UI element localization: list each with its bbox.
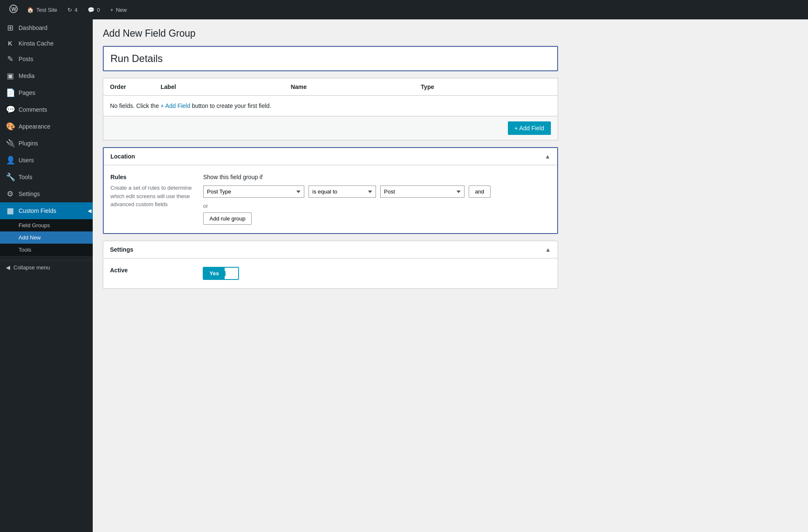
col-type: Type <box>421 83 551 90</box>
collapse-menu[interactable]: ◀ Collapse menu <box>0 260 93 274</box>
settings-collapse-icon[interactable]: ▲ <box>545 246 551 253</box>
sidebar-item-tools[interactable]: 🔧 Tools <box>0 169 93 185</box>
field-groups-label: Field Groups <box>19 222 50 228</box>
rule-value-select[interactable]: Post Page Attachment <box>380 185 464 198</box>
settings-title: Settings <box>110 246 133 253</box>
plus-icon: + <box>110 7 113 13</box>
topbar-new[interactable]: + New <box>105 0 132 19</box>
settings-body: Active Yes <box>103 258 558 288</box>
sidebar-arrow-icon: ◀ <box>86 202 93 219</box>
location-header: Location ▲ <box>104 148 557 165</box>
collapse-label: Collapse menu <box>13 264 50 271</box>
col-name: Name <box>291 83 421 90</box>
comments-icon: 💬 <box>88 7 94 13</box>
sidebar-item-dashboard[interactable]: ⊞ Dashboard <box>0 19 93 36</box>
add-new-label: Add New <box>19 234 41 241</box>
sidebar-item-label: Pages <box>19 89 35 96</box>
location-body: Rules Create a set of rules to determine… <box>104 165 557 233</box>
sidebar-item-comments[interactable]: 💬 Comments <box>0 101 93 118</box>
wp-logo[interactable]: W <box>5 5 22 15</box>
posts-icon: ✎ <box>6 54 14 64</box>
sidebar-item-label: Comments <box>19 106 47 113</box>
field-group-title-input[interactable] <box>104 47 557 70</box>
add-field-button[interactable]: + Add Field <box>508 121 551 135</box>
sidebar-item-label: Dashboard <box>19 24 48 31</box>
updates-icon: ↻ <box>67 7 72 13</box>
rule-operator-select[interactable]: is equal to is not equal to <box>309 185 376 198</box>
location-collapse-icon[interactable]: ▲ <box>545 153 550 160</box>
toggle-no <box>225 271 238 276</box>
sidebar-item-label: Plugins <box>19 140 38 147</box>
custom-fields-icon: ▦ <box>6 206 14 215</box>
rules-description-col: Rules Create a set of rules to determine… <box>110 174 195 225</box>
title-input-wrap <box>103 46 558 71</box>
sidebar-item-kinsta[interactable]: K Kinsta Cache <box>0 36 93 51</box>
sidebar-submenu-add-new[interactable]: Add New <box>0 231 93 244</box>
rule-param-select[interactable]: Post Type Page Template Post Category Po… <box>203 185 304 198</box>
sidebar-item-label: Tools <box>19 174 32 180</box>
collapse-icon: ◀ <box>6 264 10 271</box>
or-label: or <box>203 203 550 209</box>
fields-footer: + Add Field <box>103 116 558 140</box>
active-toggle-wrap: Yes <box>203 267 239 280</box>
tools-sub-label: Tools <box>19 247 31 253</box>
sidebar-item-media[interactable]: ▣ Media <box>0 67 93 84</box>
active-toggle[interactable]: Yes <box>203 267 239 280</box>
fields-table-box: Order Label Name Type No fields. Click t… <box>103 78 558 140</box>
col-label: Label <box>161 83 291 90</box>
sidebar-item-plugins[interactable]: 🔌 Plugins <box>0 135 93 152</box>
sidebar-item-label: Appearance <box>19 123 51 130</box>
sidebar: ⊞ Dashboard K Kinsta Cache ✎ Posts ▣ Med… <box>0 19 93 532</box>
location-section: Location ▲ Rules Create a set of rules t… <box>103 147 558 234</box>
sidebar-item-settings[interactable]: ⚙ Settings <box>0 185 93 202</box>
topbar: W 🏠 Test Site ↻ 4 💬 0 + New <box>0 0 808 19</box>
topbar-updates[interactable]: ↻ 4 <box>62 0 83 19</box>
settings-section: Settings ▲ Active Yes <box>103 241 558 289</box>
rule-row-1: Post Type Page Template Post Category Po… <box>203 185 550 198</box>
sidebar-item-label: Media <box>19 73 35 79</box>
sidebar-submenu-custom-fields: Field Groups Add New Tools <box>0 219 93 256</box>
appearance-icon: 🎨 <box>6 122 14 131</box>
tools-icon: 🔧 <box>6 172 14 182</box>
sidebar-item-custom-fields[interactable]: ▦ Custom Fields ◀ <box>0 202 93 219</box>
page-title: Add New Field Group <box>103 28 798 39</box>
plugins-icon: 🔌 <box>6 139 14 148</box>
toggle-yes: Yes <box>204 268 225 279</box>
settings-header: Settings ▲ <box>103 241 558 258</box>
rules-content-col: Show this field group if Post Type Page … <box>203 174 550 225</box>
fields-empty-message: No fields. Click the + Add Field button … <box>103 96 558 116</box>
show-if-label: Show this field group if <box>203 174 550 180</box>
add-field-link[interactable]: + Add Field <box>161 102 190 109</box>
topbar-comments[interactable]: 💬 0 <box>83 0 105 19</box>
sidebar-submenu-tools[interactable]: Tools <box>0 244 93 256</box>
sidebar-item-appearance[interactable]: 🎨 Appearance <box>0 118 93 135</box>
sidebar-item-label: Settings <box>19 191 40 197</box>
pages-icon: 📄 <box>6 88 14 97</box>
col-order: Order <box>110 83 161 90</box>
dashboard-icon: ⊞ <box>6 23 14 32</box>
rules-title: Rules <box>110 174 195 180</box>
topbar-site-name[interactable]: 🏠 Test Site <box>22 0 62 19</box>
sidebar-submenu-field-groups[interactable]: Field Groups <box>0 219 93 231</box>
comments-nav-icon: 💬 <box>6 105 14 114</box>
kinsta-icon: K <box>6 40 14 47</box>
users-icon: 👤 <box>6 156 14 165</box>
sidebar-item-label: Users <box>19 157 34 164</box>
sidebar-item-label: Kinsta Cache <box>19 40 54 47</box>
fields-table-header: Order Label Name Type <box>103 78 558 96</box>
location-title: Location <box>110 153 135 160</box>
active-label: Active <box>110 267 194 280</box>
sidebar-item-label: Custom Fields <box>19 207 56 214</box>
add-rule-group-button[interactable]: Add rule group <box>203 212 252 225</box>
sidebar-item-users[interactable]: 👤 Users <box>0 152 93 169</box>
home-icon: 🏠 <box>27 7 34 13</box>
media-icon: ▣ <box>6 71 14 81</box>
svg-text:W: W <box>11 6 16 12</box>
sidebar-item-posts[interactable]: ✎ Posts <box>0 51 93 67</box>
and-button[interactable]: and <box>469 185 491 198</box>
settings-icon: ⚙ <box>6 189 14 199</box>
main-content: Add New Field Group Order Label Name Typ… <box>93 19 808 532</box>
sidebar-item-pages[interactable]: 📄 Pages <box>0 84 93 101</box>
sidebar-item-label: Posts <box>19 56 33 62</box>
rules-desc: Create a set of rules to determine which… <box>110 184 195 209</box>
